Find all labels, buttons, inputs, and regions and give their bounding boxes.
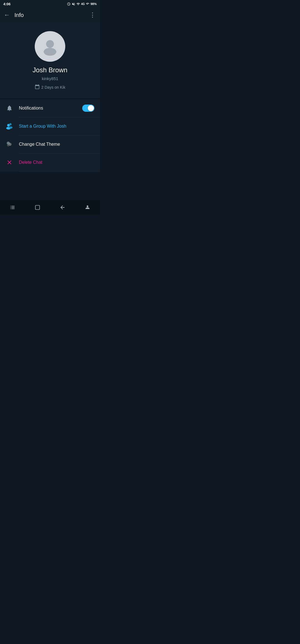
- svg-point-3: [9, 123, 11, 125]
- calendar-icon: [35, 84, 40, 90]
- delete-chat-label: Delete Chat: [19, 160, 94, 165]
- notifications-label: Notifications: [19, 106, 77, 111]
- mute-icon: [72, 2, 75, 6]
- profile-section: Josh Brown kinky851 2 Days on Kik: [0, 22, 100, 98]
- start-group-label: Start a Group With Josh: [19, 124, 94, 129]
- status-bar: 4:06 4G 98%: [0, 0, 100, 8]
- status-icons: 4G 98%: [67, 2, 97, 6]
- battery-text: 98%: [91, 2, 97, 6]
- avatar: [35, 31, 65, 62]
- profile-name: Josh Brown: [32, 66, 67, 74]
- svg-point-8: [7, 144, 9, 147]
- svg-point-10: [87, 206, 88, 207]
- more-options-button[interactable]: ⋮: [89, 11, 96, 19]
- nav-back-button[interactable]: [56, 200, 69, 214]
- start-group-item[interactable]: Start a Group With Josh: [0, 117, 100, 135]
- start-group-icon: [6, 122, 13, 130]
- delete-icon: [6, 158, 13, 166]
- notifications-toggle[interactable]: [82, 105, 94, 112]
- nav-person-button[interactable]: [81, 200, 94, 214]
- alarm-icon: [67, 2, 71, 6]
- change-theme-label: Change Chat Theme: [19, 142, 94, 147]
- bottom-nav: [0, 200, 100, 215]
- status-time: 4:06: [3, 2, 11, 6]
- notifications-icon: [6, 104, 13, 112]
- nav-menu-button[interactable]: [6, 200, 19, 214]
- notifications-item[interactable]: Notifications: [0, 99, 100, 117]
- svg-point-1: [44, 48, 56, 56]
- svg-point-0: [46, 40, 54, 48]
- nav-home-button[interactable]: [31, 200, 44, 214]
- network-icon: 4G: [81, 3, 85, 6]
- app-bar: ← Info ⋮: [0, 8, 100, 22]
- avatar-placeholder: [35, 31, 65, 62]
- back-button[interactable]: ←: [4, 11, 10, 19]
- days-on-kik: 2 Days on Kik: [41, 85, 65, 90]
- signal-icon: [86, 2, 89, 6]
- svg-rect-9: [36, 205, 40, 210]
- menu-section: Notifications Start a Group With Josh: [0, 99, 100, 172]
- svg-point-5: [9, 127, 12, 129]
- delete-chat-item[interactable]: Delete Chat: [0, 153, 100, 171]
- wifi-icon: [76, 2, 80, 6]
- theme-icon: [6, 140, 13, 148]
- page-title: Info: [14, 12, 89, 18]
- change-theme-item[interactable]: Change Chat Theme: [0, 135, 100, 153]
- profile-username: kinky851: [42, 76, 58, 81]
- toggle-knob: [88, 105, 94, 111]
- profile-days: 2 Days on Kik: [35, 84, 65, 90]
